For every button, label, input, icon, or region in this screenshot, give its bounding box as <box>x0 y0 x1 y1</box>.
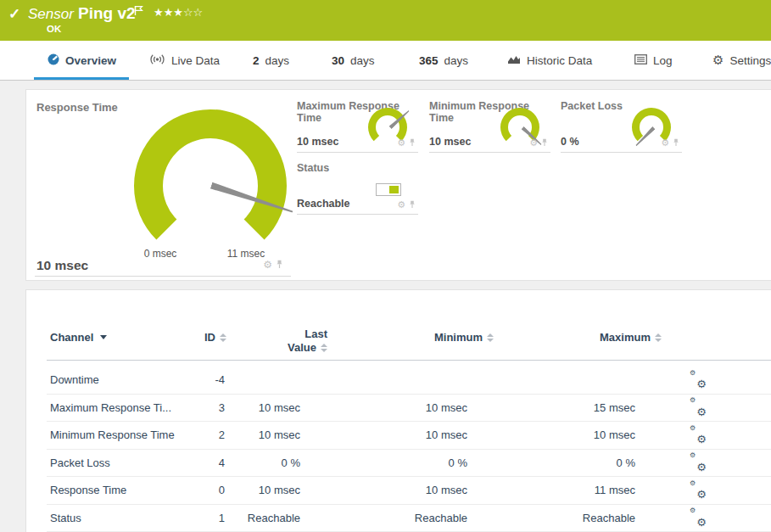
last-value: 10 msec <box>259 477 300 504</box>
channel-settings-icon[interactable]: ⚙⚙ <box>690 481 707 498</box>
status-field-value: Reachable <box>297 198 350 210</box>
column-header-maximum[interactable]: Maximum <box>600 331 662 344</box>
column-header-minimum[interactable]: Minimum <box>434 331 494 344</box>
maximum-value: 15 msec <box>594 395 635 422</box>
status-toggle-indicator <box>376 183 401 196</box>
channels-table-panel: Channel ID Last Value Minimum Maximum Do… <box>25 289 771 532</box>
tab-label: Live Data <box>171 54 220 67</box>
tab-log[interactable]: Log <box>634 41 673 80</box>
channel-name[interactable]: Response Time <box>50 477 126 504</box>
last-value: Reachable <box>248 505 300 532</box>
column-header-id[interactable]: ID <box>204 331 226 344</box>
channel-id: 1 <box>219 505 225 532</box>
table-row: Packet Loss 4 0 % 0 % 0 % ⚙⚙ <box>47 450 771 478</box>
tab-historic-data[interactable]: Historic Data <box>507 41 592 80</box>
minimum-value: 0 % <box>449 450 467 477</box>
table-row: Maximum Response Ti... 3 10 msec 10 msec… <box>47 395 771 423</box>
tab-365-days[interactable]: 365 days <box>419 41 468 80</box>
last-value: 10 msec <box>259 422 300 449</box>
gauge-value: 10 msec <box>36 258 88 273</box>
gear-icon[interactable]: ⚙ <box>529 138 538 148</box>
status-check-icon: ✓ <box>8 5 20 23</box>
header-divider <box>47 360 771 361</box>
max-response-time-gauge-cell: Maximum Response Time 10 msec ⚙ <box>297 98 418 153</box>
status-field-title: Status <box>297 162 329 174</box>
tab-overview[interactable]: Overview <box>47 41 116 80</box>
channel-name[interactable]: Status <box>50 505 81 532</box>
tab-live-data[interactable]: Live Data <box>149 41 220 80</box>
tab-label: days <box>350 54 375 67</box>
column-header-channel[interactable]: Channel <box>50 331 107 344</box>
tab-label: days <box>444 54 469 67</box>
maximum-value: 10 msec <box>594 422 635 449</box>
channel-id: 0 <box>219 477 225 504</box>
channel-id: 2 <box>219 422 225 449</box>
sorted-desc-icon <box>100 335 107 339</box>
table-row: Response Time 0 10 msec 10 msec 11 msec … <box>47 477 771 505</box>
minimum-value: 10 msec <box>426 422 467 449</box>
last-value: 10 msec <box>259 395 300 422</box>
gear-icon[interactable]: ⚙ <box>397 200 405 210</box>
tab-number: 365 <box>419 54 439 67</box>
tab-30-days[interactable]: 30 days <box>332 41 375 80</box>
channel-name[interactable]: Minimum Response Time <box>50 422 175 449</box>
sort-icon <box>220 333 226 342</box>
tab-label: Overview <box>65 54 116 67</box>
channel-settings-icon[interactable]: ⚙⚙ <box>690 426 707 443</box>
tab-number: 30 <box>332 54 344 67</box>
channel-settings-icon[interactable]: ⚙⚙ <box>690 509 707 526</box>
priority-stars[interactable]: ★★★☆☆ <box>154 6 203 19</box>
log-list-icon <box>634 54 647 67</box>
channel-settings-icon[interactable]: ⚙⚙ <box>690 454 707 471</box>
table-row: Status 1 Reachable Reachable Reachable ⚙… <box>47 505 771 532</box>
tab-label: Settings <box>729 54 771 67</box>
tab-settings[interactable]: ⚙ Settings <box>712 41 771 80</box>
column-label: Value <box>288 341 316 354</box>
column-label: Minimum <box>434 331 483 344</box>
channel-settings-icon[interactable]: ⚙⚙ <box>690 371 707 388</box>
gauge-value: 10 msec <box>429 136 471 148</box>
tab-label: Log <box>653 54 673 67</box>
maximum-value: Reachable <box>583 505 635 532</box>
gauge-value: 10 msec <box>297 136 338 148</box>
channel-id: 3 <box>219 395 225 422</box>
column-header-last-value[interactable]: Last Value <box>288 328 327 354</box>
sensor-title: Ping v2 <box>78 4 136 23</box>
pin-icon[interactable] <box>409 197 416 212</box>
channel-name[interactable]: Downtime <box>50 367 99 394</box>
gear-icon: ⚙ <box>712 54 724 67</box>
gear-icon[interactable]: ⚙ <box>397 138 405 148</box>
gauge-scale-min: 0 msec <box>135 248 186 260</box>
channel-id: -4 <box>215 367 225 394</box>
min-response-time-gauge-cell: Minimum Response Time 10 msec ⚙ <box>429 98 550 153</box>
pin-icon[interactable] <box>673 135 679 150</box>
status-field-cell: Status Reachable ⚙ <box>297 160 418 215</box>
minimum-value: 10 msec <box>426 395 467 422</box>
minimum-value: Reachable <box>415 505 467 532</box>
live-broadcast-icon <box>149 53 165 68</box>
gear-icon[interactable]: ⚙ <box>661 138 669 148</box>
sensor-header: ✓ Sensor Ping v2 ★★★☆☆ OK <box>0 0 771 41</box>
tab-number: 2 <box>253 54 260 67</box>
pin-icon[interactable] <box>276 257 283 272</box>
tab-label: days <box>265 54 290 67</box>
prtg-sensor-page: ✓ Sensor Ping v2 ★★★☆☆ OK Overview <box>0 0 771 532</box>
gauge-title: Packet Loss <box>561 100 623 112</box>
channel-name[interactable]: Maximum Response Ti... <box>50 395 171 422</box>
channel-name[interactable]: Packet Loss <box>50 450 110 477</box>
flag-icon[interactable] <box>134 4 143 20</box>
last-value: 0 % <box>282 450 300 477</box>
pin-icon[interactable] <box>541 135 548 150</box>
pin-icon[interactable] <box>409 135 416 150</box>
sort-icon <box>655 333 662 342</box>
gauge-value: 0 % <box>561 136 579 148</box>
gear-icon[interactable]: ⚙ <box>263 260 272 270</box>
sensor-status-badge: OK <box>47 24 61 34</box>
gauges-panel: Response Time 0 msec 11 msec 10 msec ⚙ M… <box>25 89 771 281</box>
table-row: Downtime -4 ⚙⚙ <box>47 367 771 395</box>
tab-2-days[interactable]: 2 days <box>253 41 289 80</box>
channel-settings-icon[interactable]: ⚙⚙ <box>690 399 707 416</box>
column-label: Channel <box>50 331 93 344</box>
sort-icon <box>321 344 327 352</box>
gauge-arc <box>130 105 291 266</box>
